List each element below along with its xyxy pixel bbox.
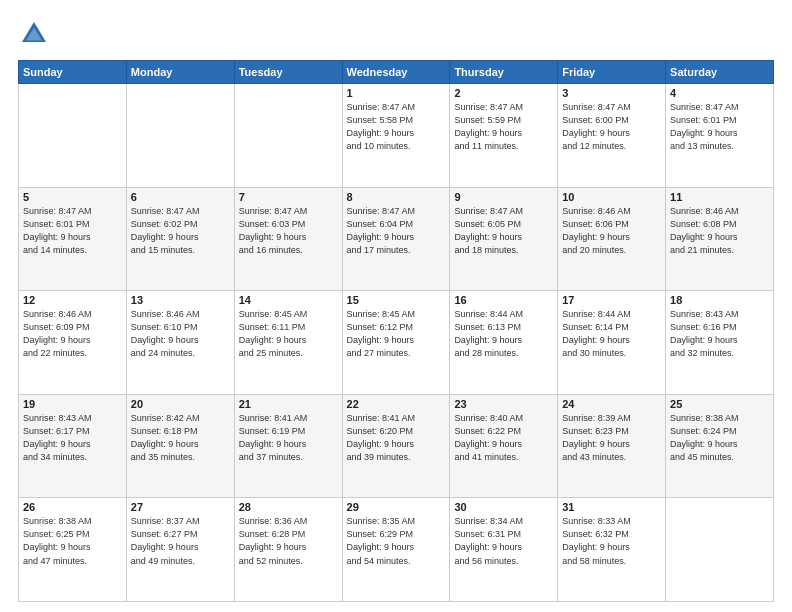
day-cell: 11Sunrise: 8:46 AM Sunset: 6:08 PM Dayli… (666, 187, 774, 291)
day-info: Sunrise: 8:38 AM Sunset: 6:25 PM Dayligh… (23, 515, 122, 567)
day-info: Sunrise: 8:46 AM Sunset: 6:06 PM Dayligh… (562, 205, 661, 257)
week-row-5: 26Sunrise: 8:38 AM Sunset: 6:25 PM Dayli… (19, 498, 774, 602)
day-info: Sunrise: 8:34 AM Sunset: 6:31 PM Dayligh… (454, 515, 553, 567)
day-cell: 28Sunrise: 8:36 AM Sunset: 6:28 PM Dayli… (234, 498, 342, 602)
day-number: 11 (670, 191, 769, 203)
day-number: 20 (131, 398, 230, 410)
day-info: Sunrise: 8:45 AM Sunset: 6:12 PM Dayligh… (347, 308, 446, 360)
day-info: Sunrise: 8:36 AM Sunset: 6:28 PM Dayligh… (239, 515, 338, 567)
day-cell: 27Sunrise: 8:37 AM Sunset: 6:27 PM Dayli… (126, 498, 234, 602)
day-cell (126, 84, 234, 188)
day-number: 22 (347, 398, 446, 410)
day-info: Sunrise: 8:46 AM Sunset: 6:10 PM Dayligh… (131, 308, 230, 360)
day-number: 18 (670, 294, 769, 306)
day-info: Sunrise: 8:46 AM Sunset: 6:09 PM Dayligh… (23, 308, 122, 360)
day-cell: 19Sunrise: 8:43 AM Sunset: 6:17 PM Dayli… (19, 394, 127, 498)
day-number: 23 (454, 398, 553, 410)
weekday-saturday: Saturday (666, 61, 774, 84)
week-row-2: 5Sunrise: 8:47 AM Sunset: 6:01 PM Daylig… (19, 187, 774, 291)
day-info: Sunrise: 8:45 AM Sunset: 6:11 PM Dayligh… (239, 308, 338, 360)
day-cell: 2Sunrise: 8:47 AM Sunset: 5:59 PM Daylig… (450, 84, 558, 188)
week-row-3: 12Sunrise: 8:46 AM Sunset: 6:09 PM Dayli… (19, 291, 774, 395)
day-number: 13 (131, 294, 230, 306)
day-number: 5 (23, 191, 122, 203)
week-row-1: 1Sunrise: 8:47 AM Sunset: 5:58 PM Daylig… (19, 84, 774, 188)
day-info: Sunrise: 8:33 AM Sunset: 6:32 PM Dayligh… (562, 515, 661, 567)
day-number: 16 (454, 294, 553, 306)
day-number: 8 (347, 191, 446, 203)
page: SundayMondayTuesdayWednesdayThursdayFrid… (0, 0, 792, 612)
header (18, 18, 774, 50)
day-cell: 31Sunrise: 8:33 AM Sunset: 6:32 PM Dayli… (558, 498, 666, 602)
day-number: 1 (347, 87, 446, 99)
day-info: Sunrise: 8:39 AM Sunset: 6:23 PM Dayligh… (562, 412, 661, 464)
day-cell: 3Sunrise: 8:47 AM Sunset: 6:00 PM Daylig… (558, 84, 666, 188)
week-row-4: 19Sunrise: 8:43 AM Sunset: 6:17 PM Dayli… (19, 394, 774, 498)
day-number: 12 (23, 294, 122, 306)
day-number: 7 (239, 191, 338, 203)
day-cell: 22Sunrise: 8:41 AM Sunset: 6:20 PM Dayli… (342, 394, 450, 498)
day-number: 27 (131, 501, 230, 513)
day-info: Sunrise: 8:41 AM Sunset: 6:20 PM Dayligh… (347, 412, 446, 464)
weekday-friday: Friday (558, 61, 666, 84)
day-cell: 15Sunrise: 8:45 AM Sunset: 6:12 PM Dayli… (342, 291, 450, 395)
day-cell: 1Sunrise: 8:47 AM Sunset: 5:58 PM Daylig… (342, 84, 450, 188)
day-number: 30 (454, 501, 553, 513)
day-info: Sunrise: 8:47 AM Sunset: 6:04 PM Dayligh… (347, 205, 446, 257)
day-info: Sunrise: 8:35 AM Sunset: 6:29 PM Dayligh… (347, 515, 446, 567)
day-number: 21 (239, 398, 338, 410)
day-number: 26 (23, 501, 122, 513)
day-info: Sunrise: 8:43 AM Sunset: 6:17 PM Dayligh… (23, 412, 122, 464)
day-number: 17 (562, 294, 661, 306)
logo-icon (18, 18, 50, 50)
day-cell: 10Sunrise: 8:46 AM Sunset: 6:06 PM Dayli… (558, 187, 666, 291)
day-cell: 13Sunrise: 8:46 AM Sunset: 6:10 PM Dayli… (126, 291, 234, 395)
day-cell: 9Sunrise: 8:47 AM Sunset: 6:05 PM Daylig… (450, 187, 558, 291)
day-number: 4 (670, 87, 769, 99)
day-number: 9 (454, 191, 553, 203)
day-info: Sunrise: 8:44 AM Sunset: 6:14 PM Dayligh… (562, 308, 661, 360)
day-number: 2 (454, 87, 553, 99)
day-info: Sunrise: 8:47 AM Sunset: 6:02 PM Dayligh… (131, 205, 230, 257)
day-cell: 23Sunrise: 8:40 AM Sunset: 6:22 PM Dayli… (450, 394, 558, 498)
day-number: 19 (23, 398, 122, 410)
weekday-sunday: Sunday (19, 61, 127, 84)
day-number: 29 (347, 501, 446, 513)
day-info: Sunrise: 8:47 AM Sunset: 6:01 PM Dayligh… (670, 101, 769, 153)
day-cell: 6Sunrise: 8:47 AM Sunset: 6:02 PM Daylig… (126, 187, 234, 291)
day-number: 3 (562, 87, 661, 99)
logo (18, 18, 54, 50)
day-info: Sunrise: 8:46 AM Sunset: 6:08 PM Dayligh… (670, 205, 769, 257)
day-cell (666, 498, 774, 602)
day-number: 25 (670, 398, 769, 410)
day-cell: 18Sunrise: 8:43 AM Sunset: 6:16 PM Dayli… (666, 291, 774, 395)
day-info: Sunrise: 8:47 AM Sunset: 6:01 PM Dayligh… (23, 205, 122, 257)
day-number: 6 (131, 191, 230, 203)
day-info: Sunrise: 8:38 AM Sunset: 6:24 PM Dayligh… (670, 412, 769, 464)
day-cell (234, 84, 342, 188)
day-number: 15 (347, 294, 446, 306)
day-number: 10 (562, 191, 661, 203)
day-cell: 24Sunrise: 8:39 AM Sunset: 6:23 PM Dayli… (558, 394, 666, 498)
day-info: Sunrise: 8:42 AM Sunset: 6:18 PM Dayligh… (131, 412, 230, 464)
weekday-wednesday: Wednesday (342, 61, 450, 84)
day-cell: 16Sunrise: 8:44 AM Sunset: 6:13 PM Dayli… (450, 291, 558, 395)
day-cell (19, 84, 127, 188)
weekday-monday: Monday (126, 61, 234, 84)
day-info: Sunrise: 8:43 AM Sunset: 6:16 PM Dayligh… (670, 308, 769, 360)
day-cell: 7Sunrise: 8:47 AM Sunset: 6:03 PM Daylig… (234, 187, 342, 291)
weekday-header-row: SundayMondayTuesdayWednesdayThursdayFrid… (19, 61, 774, 84)
day-info: Sunrise: 8:47 AM Sunset: 6:05 PM Dayligh… (454, 205, 553, 257)
day-info: Sunrise: 8:44 AM Sunset: 6:13 PM Dayligh… (454, 308, 553, 360)
day-number: 28 (239, 501, 338, 513)
day-info: Sunrise: 8:37 AM Sunset: 6:27 PM Dayligh… (131, 515, 230, 567)
day-info: Sunrise: 8:47 AM Sunset: 6:00 PM Dayligh… (562, 101, 661, 153)
day-cell: 29Sunrise: 8:35 AM Sunset: 6:29 PM Dayli… (342, 498, 450, 602)
day-cell: 26Sunrise: 8:38 AM Sunset: 6:25 PM Dayli… (19, 498, 127, 602)
day-cell: 4Sunrise: 8:47 AM Sunset: 6:01 PM Daylig… (666, 84, 774, 188)
day-cell: 5Sunrise: 8:47 AM Sunset: 6:01 PM Daylig… (19, 187, 127, 291)
weekday-tuesday: Tuesday (234, 61, 342, 84)
day-info: Sunrise: 8:40 AM Sunset: 6:22 PM Dayligh… (454, 412, 553, 464)
day-cell: 12Sunrise: 8:46 AM Sunset: 6:09 PM Dayli… (19, 291, 127, 395)
day-cell: 8Sunrise: 8:47 AM Sunset: 6:04 PM Daylig… (342, 187, 450, 291)
